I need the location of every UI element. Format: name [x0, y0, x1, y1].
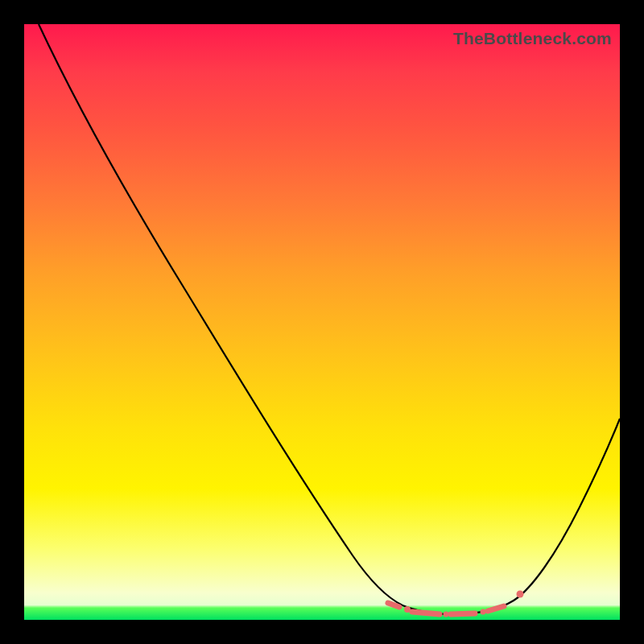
marker-dot [517, 591, 524, 598]
marker-dot [481, 609, 486, 615]
chart-svg [24, 24, 620, 620]
marker-seg [488, 606, 504, 611]
marker-seg [451, 613, 475, 614]
marker-seg [412, 612, 440, 614]
marker-dot [444, 612, 449, 617]
chart-frame: TheBottleneck.com [0, 0, 644, 644]
valley-markers [388, 591, 524, 617]
marker-seg [388, 603, 399, 607]
bottleneck-curve [39, 24, 620, 614]
plot-area: TheBottleneck.com [24, 24, 620, 620]
